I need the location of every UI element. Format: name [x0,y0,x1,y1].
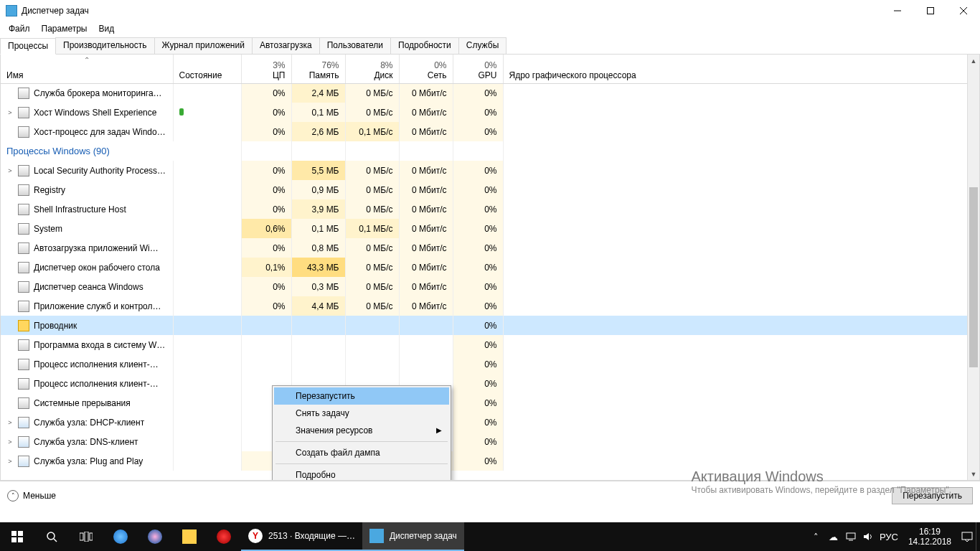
cell-cpu: 0% [241,122,291,141]
col-gpu-engine[interactable]: Ядро графического процессора [503,55,979,83]
table-row[interactable]: Процессы Windows (90) [1,141,979,161]
menu-file[interactable]: Файл [3,22,36,35]
expand-icon[interactable]: > [6,419,14,426]
tab-6[interactable]: Службы [458,37,507,54]
cell-gpu: 0% [453,296,503,316]
table-row[interactable]: Registry0%0,9 МБ0 МБ/с0 Мбит/с0% [1,180,979,199]
tray-language[interactable]: РУС [877,522,901,551]
context-menu-item[interactable]: Значения ресурсов▶ [274,422,449,439]
table-row[interactable]: Диспетчер окон рабочего стола0,1%43,3 МБ… [1,258,979,277]
scroll-down-icon[interactable]: ▼ [968,468,979,480]
cell-gpu: 0% [453,83,503,103]
tab-5[interactable]: Подробности [390,37,459,54]
tray-network-icon[interactable] [842,522,859,551]
process-icon [18,301,29,312]
table-row[interactable]: >Local Security Authority Process…0%5,5 … [1,161,979,180]
pinned-app-1[interactable] [103,522,138,551]
activation-watermark: Активация Windows Чтобы активировать Win… [691,468,951,495]
pinned-file-explorer[interactable] [172,522,207,551]
tray-volume-icon[interactable] [859,522,877,551]
svg-rect-1 [928,7,934,14]
cell-disk: 0 МБ/с [345,277,399,296]
tab-1[interactable]: Производительность [55,37,154,54]
cell-mem: 2,6 МБ [291,122,345,141]
cell-gpu: 0% [453,316,503,335]
cell-gpu: 0% [453,199,503,219]
process-name: Системные прерывания [34,398,131,408]
cell-cpu [241,354,291,374]
cell-mem: 4,4 МБ [291,296,345,316]
scroll-thumb[interactable] [969,187,978,368]
expand-icon[interactable]: > [6,109,14,116]
action-center-icon[interactable] [958,522,976,551]
table-row[interactable]: >Служба узла: Plug and Play0%0,3 МБ0 МБ/… [1,451,979,471]
context-menu-item[interactable]: Подробно [274,466,449,481]
table-row[interactable]: Служба брокера мониторинга…0%2,4 МБ0 МБ/… [1,83,979,103]
cell-cpu: 0% [241,199,291,219]
taskbar-task-taskmgr[interactable]: Диспетчер задач [362,522,464,551]
task-view-button[interactable] [69,522,103,551]
cell-mem: 3,9 МБ [291,199,345,219]
col-network[interactable]: 0%Сеть [399,55,453,83]
search-button[interactable] [34,522,69,551]
context-menu-item[interactable]: Перезапустить [274,387,449,405]
table-row[interactable]: Хост-процесс для задач Windo…0%2,6 МБ0,1… [1,122,979,141]
cell-mem [291,335,345,354]
close-button[interactable] [947,0,980,22]
scroll-up-icon[interactable]: ▲ [968,55,979,67]
table-row[interactable]: Процесс исполнения клиент-…0% [1,374,979,393]
pinned-app-2[interactable] [138,522,172,551]
table-row[interactable]: System0,6%0,1 МБ0,1 МБ/с0 Мбит/с0% [1,219,979,238]
col-status[interactable]: Состояние [173,55,241,83]
context-menu-item[interactable]: Снять задачу [274,405,449,422]
taskbar-task-label: Диспетчер задач [390,531,457,541]
table-row[interactable]: >Служба узла: DHCP-клиент0% [1,413,979,432]
col-gpu[interactable]: 0%GPU [453,55,503,83]
tab-0[interactable]: Процессы [0,38,56,55]
tray-onedrive-icon[interactable]: ☁ [825,522,842,551]
tab-3[interactable]: Автозагрузка [252,37,320,54]
col-cpu[interactable]: 3%ЦП [241,55,291,83]
table-row[interactable]: >Хост Windows Shell Experience0%0,1 МБ0 … [1,103,979,122]
minimize-button[interactable] [881,0,914,22]
expand-icon[interactable]: > [6,438,14,446]
expand-icon[interactable]: > [6,458,14,465]
tab-2[interactable]: Журнал приложений [154,37,253,54]
cell-gpu: 0% [453,335,503,354]
vertical-scrollbar[interactable]: ▲ ▼ [967,55,979,480]
svg-point-8 [47,532,55,540]
fewer-details-button[interactable]: ˄ Меньше [7,490,56,501]
cell-gpu: 0% [453,432,503,451]
col-memory[interactable]: 76%Память [291,55,345,83]
table-row[interactable]: Процесс исполнения клиент-…0% [1,354,979,374]
tab-strip: ПроцессыПроизводительностьЖурнал приложе… [0,37,980,55]
tray-overflow-icon[interactable]: ˄ [808,522,825,551]
table-row[interactable]: Программа входа в систему W…0% [1,335,979,354]
tab-4[interactable]: Пользователи [319,37,391,54]
process-name: Проводник [34,321,77,331]
maximize-button[interactable] [914,0,947,22]
cell-gpu: 0% [453,161,503,180]
table-row[interactable]: >Служба узла: DNS-клиент0% [1,432,979,451]
cell-disk: 0 МБ/с [345,161,399,180]
menu-view[interactable]: Вид [93,22,120,35]
taskbar-task-browser[interactable]: Y 2513 · Входящие —… [241,522,362,551]
cell-mem: 2,4 МБ [291,83,345,103]
table-row[interactable]: Приложение служб и контрол…0%4,4 МБ0 МБ/… [1,296,979,316]
tray-clock[interactable]: 16:19 14.12.2018 [901,527,958,547]
start-button[interactable] [0,522,34,551]
table-row[interactable]: Автозагрузка приложений Wi…0%0,8 МБ0 МБ/… [1,238,979,258]
table-row[interactable]: Системные прерывания0% [1,393,979,413]
table-row[interactable]: Диспетчер сеанса Windows0%0,3 МБ0 МБ/с0 … [1,277,979,296]
context-menu-item[interactable]: Создать файл дампа [274,444,449,461]
table-row[interactable]: Shell Infrastructure Host0%3,9 МБ0 МБ/с0… [1,199,979,219]
table-row[interactable]: Проводник0% [1,316,979,335]
col-disk[interactable]: 8%Диск [345,55,399,83]
menu-options[interactable]: Параметры [36,22,93,35]
process-name: Диспетчер сеанса Windows [34,282,143,292]
show-desktop-button[interactable] [976,522,980,551]
pinned-opera[interactable] [207,522,241,551]
expand-icon[interactable]: > [6,167,14,174]
col-name[interactable]: Имя [1,55,173,83]
cell-disk [345,316,399,335]
